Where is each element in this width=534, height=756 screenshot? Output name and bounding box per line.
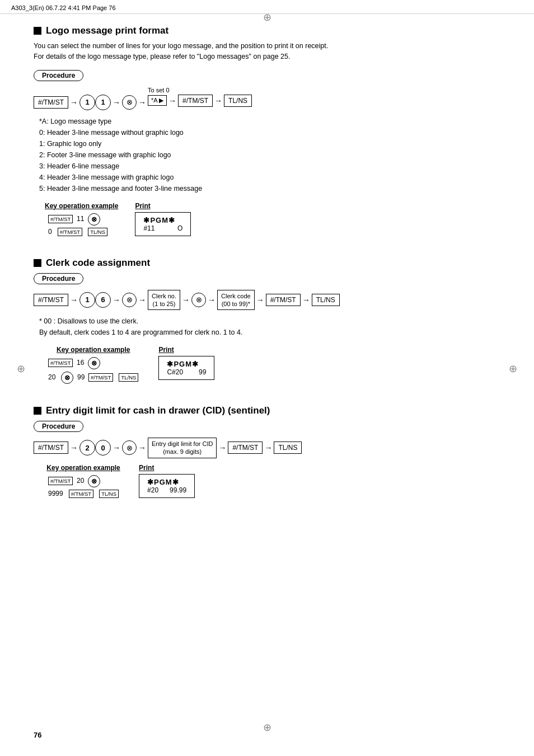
table-row: 20 ⊗ 99 #/TM/ST TL/NS [45,370,142,385]
flow-htmst-6: #/TM/ST [228,442,263,454]
print-header-3: Print [139,464,195,472]
bullet-icon-3 [34,407,41,415]
key-op-table-entry: Key operation example #/TM/ST 20 ⊗ [45,464,122,499]
bullet-icon [34,27,41,35]
flow-x-3: ⊗ [191,293,206,307]
arrow-2: → [113,98,120,107]
flow-entrydigit: Entry digit limit for CID(max. 9 digits) [148,438,217,458]
entry-example-container: Key operation example #/TM/ST 20 ⊗ [45,464,500,499]
flow-clerkcode: Clerk code(00 to 99)* [217,290,255,311]
print-box-1: ✱PGM✱ #11 O [135,212,191,236]
clerk-note-0: * 00 : Disallows to use the clerk. [39,317,138,325]
section-title-logo: Logo message print format [34,25,500,36]
flow-circle-2: 1 [95,95,111,110]
print-box-3: ✱PGM✱ #20 99.99 [139,474,195,498]
logo-description: You can select the number of lines for y… [34,41,500,62]
bullet-icon-2 [34,259,41,267]
to-set-label: To set 0 [148,87,170,93]
entry-title: Entry digit limit for cash in drawer (CI… [46,405,270,416]
print-pgm-1: ✱PGM✱ [143,216,182,224]
flow-htmst-1: #/TM/ST [34,96,68,109]
print-header-1: Print [135,202,191,210]
fn-4: 4: Header 3-line message with graphic lo… [39,173,174,181]
star-a-box: *A ▶ [148,95,167,106]
flow-clerkno: Clerk no.(1 to 25) [148,290,180,311]
clerk-key-row-2: 20 ⊗ 99 #/TM/ST TL/NS [45,370,142,385]
flow-htmst-2: #/TM/ST [178,95,213,107]
arrow-c5: → [208,295,216,304]
arrow-c1: → [70,295,78,304]
clerk-note-1: By default, clerk codes 1 to 4 are progr… [39,328,242,336]
flow-tlns-3: TL/NS [274,442,302,454]
arrow-e4: → [218,443,226,452]
table-row: 0 #/TM/ST TL/NS [45,227,118,237]
key-tlns: TL/NS [88,228,107,236]
arrow-e2: → [113,443,120,452]
flow-htmst-5: #/TM/ST [34,442,68,454]
footnote-header: *A: Logo message type [39,118,111,125]
key-op-example-logo: Key operation example #/TM/ST 11 ⊗ [45,202,118,237]
arrow-c4: → [182,295,190,304]
key-op-table-logo: Key operation example #/TM/ST 11 ⊗ [45,202,118,237]
arrow-4: → [168,96,176,105]
flow-x-1: ⊗ [122,95,137,110]
arrow-c7: → [302,295,310,304]
arrow-e1: → [70,443,78,452]
clerk-title: Clerk code assignment [46,257,150,269]
fn-2: 2: Footer 3-line message with graphic lo… [39,151,171,159]
procedure-badge-clerk: Procedure [34,273,83,284]
arrow-1: → [70,98,78,107]
print-num-3: #20 [147,486,158,494]
arrow-e3: → [138,443,146,452]
section-entry-digit: Entry digit limit for cash in drawer (CI… [34,405,500,499]
flow-tlns-1: TL/NS [224,95,252,107]
crosshair-top: ⊕ [263,11,271,24]
print-pgm-2: ✱PGM✱ [167,360,206,368]
entry-key-row-2: 9999 #/TM/ST TL/NS [45,489,122,499]
flow-circ-1a: 1 [79,292,95,308]
key-htmst-c1: #/TM/ST [48,359,73,367]
print-val-1: O [177,224,182,232]
key-op-table-clerk: Key operation example #/TM/ST 16 ⊗ [45,346,142,385]
section-clerk-code: Clerk code assignment Procedure #/TM/ST … [34,257,500,386]
table-row: #/TM/ST 11 ⊗ [45,212,118,227]
flow-circ-6: 6 [95,292,111,308]
flow-x-4: ⊗ [122,440,137,455]
flow-circ-2: 2 [79,440,95,456]
print-line-2: C#20 99 [167,368,206,376]
page-number: 76 [34,731,41,739]
key-tlns-e: TL/NS [99,490,119,498]
arrow-c6: → [256,295,264,304]
flow-circ-0: 0 [95,440,111,456]
key-tlns-c: TL/NS [119,373,138,382]
print-val-3: 99.99 [170,486,186,494]
table-row: #/TM/ST 16 ⊗ [45,356,142,370]
page-content: Logo message print format You can select… [0,14,534,542]
key-op-header-3: Key operation example [45,464,122,474]
arrow-c3: → [138,295,146,304]
table-row: 9999 #/TM/ST TL/NS [45,489,122,499]
key-x-c2: ⊗ [61,372,73,384]
flow-circle-1: 1 [79,95,95,110]
clerk-key-row-1: #/TM/ST 16 ⊗ [45,356,142,370]
key-op-header: Key operation example [45,202,118,212]
key-x-e1: ⊗ [88,475,100,487]
key-op-example-clerk: Key operation example #/TM/ST 16 ⊗ [45,346,142,385]
crosshair-left: ⊕ [17,363,25,375]
logo-example-container: Key operation example #/TM/ST 11 ⊗ [45,202,500,237]
logo-title: Logo message print format [46,25,168,36]
print-line-3: #20 99.99 [147,486,186,494]
print-num-2: C#20 [167,368,183,376]
key-x-c1: ⊗ [88,357,100,369]
section-title-clerk: Clerk code assignment [34,257,500,269]
print-example-entry: Print ✱PGM✱ #20 99.99 [139,464,195,499]
key-row-2: 0 #/TM/ST TL/NS [45,227,118,237]
key-x: ⊗ [88,213,100,226]
fn-0: 0: Header 3-line message without graphic… [39,129,184,137]
print-pgm-3: ✱PGM✱ [147,478,186,486]
procedure-badge-entry: Procedure [34,421,83,432]
key-op-header-2: Key operation example [45,346,142,356]
key-row-1: #/TM/ST 11 ⊗ [45,212,118,227]
clerk-notes: * 00 : Disallows to use the clerk. By de… [39,316,500,338]
key-htmst: #/TM/ST [48,215,73,223]
